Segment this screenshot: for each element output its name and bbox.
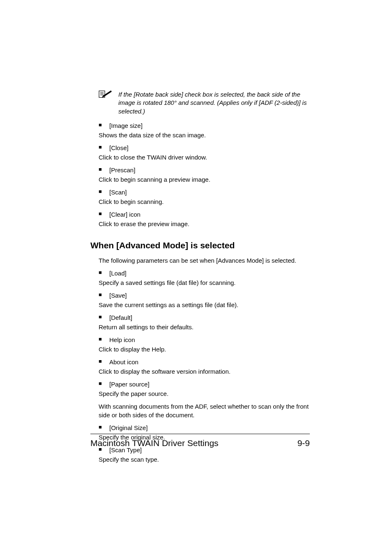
- list-item: ■ Help icon: [99, 335, 310, 344]
- item-label: About icon: [109, 358, 138, 366]
- list-item: ■ About icon: [99, 358, 310, 366]
- section-intro: The following parameters can be set when…: [99, 256, 310, 265]
- section-heading: When [Advanced Mode] is selected: [90, 240, 310, 250]
- item-desc: Save the current settings as a settings …: [99, 301, 310, 309]
- item-label: [Clear] icon: [109, 210, 141, 219]
- item-desc: Return all settings to their defaults.: [99, 323, 310, 331]
- item-desc: Specify a saved settings file (dat file)…: [99, 278, 310, 287]
- item-desc: Click to begin scanning a preview image.: [99, 175, 310, 184]
- bullet-icon: ■: [99, 188, 109, 196]
- item-label: [Scan]: [109, 188, 127, 197]
- page: If the [Rotate back side] check box is s…: [0, 0, 392, 555]
- bullet-icon: ■: [99, 210, 109, 218]
- list-item: ■ [Prescan]: [99, 166, 310, 174]
- list-item: ■ [Save]: [99, 291, 310, 300]
- list-item: ■ [Clear] icon: [99, 210, 310, 219]
- bullet-icon: ■: [99, 166, 109, 173]
- list-item: ■ [Image size]: [99, 121, 310, 130]
- bullet-icon: ■: [99, 358, 109, 365]
- item-desc: Shows the data size of the scan image.: [99, 131, 310, 139]
- item-desc: Click to begin scanning.: [99, 197, 310, 206]
- item-label: [Prescan]: [109, 166, 135, 174]
- note-icon: [99, 90, 113, 100]
- note-block: If the [Rotate back side] check box is s…: [99, 90, 310, 116]
- bullet-icon: ■: [99, 121, 109, 129]
- item-label: [Paper source]: [109, 380, 150, 388]
- list-item: ■ [Load]: [99, 269, 310, 278]
- bullet-icon: ■: [99, 143, 109, 151]
- bullet-icon: ■: [99, 269, 109, 277]
- item-label: [Image size]: [109, 121, 143, 130]
- note-text: If the [Rotate back side] check box is s…: [118, 90, 310, 116]
- item-desc: Click to display the software version in…: [99, 367, 310, 376]
- item-label: [Close]: [109, 143, 129, 152]
- item-label: Help icon: [109, 335, 135, 344]
- item-desc: Click to erase the preview image.: [99, 220, 310, 228]
- list-item: ■ [Scan]: [99, 188, 310, 197]
- item-label: [Original Size]: [109, 423, 148, 432]
- bullet-icon: ■: [99, 291, 109, 299]
- item-desc: Specify the scan type.: [99, 455, 310, 464]
- footer: Macintosh TWAIN Driver Settings 9-9: [90, 434, 310, 448]
- bullet-icon: ■: [99, 313, 109, 321]
- footer-page-number: 9-9: [297, 438, 310, 448]
- bullet-icon: ■: [99, 380, 109, 388]
- list-item: ■ [Paper source]: [99, 380, 310, 388]
- item-desc: Click to display the Help.: [99, 345, 310, 354]
- item-label: [Default]: [109, 313, 132, 322]
- item-label: [Load]: [109, 269, 127, 278]
- item-desc-extra: With scanning documents from the ADF, se…: [99, 402, 310, 419]
- list-item: ■ [Default]: [99, 313, 310, 322]
- bullet-icon: ■: [99, 423, 109, 431]
- list-item: ■ [Close]: [99, 143, 310, 152]
- bullet-icon: ■: [99, 335, 109, 343]
- item-desc: Click to close the TWAIN driver window.: [99, 153, 310, 162]
- item-desc: Specify the paper source.: [99, 389, 310, 398]
- footer-title: Macintosh TWAIN Driver Settings: [90, 438, 219, 448]
- item-label: [Save]: [109, 291, 127, 300]
- list-item: ■ [Original Size]: [99, 423, 310, 432]
